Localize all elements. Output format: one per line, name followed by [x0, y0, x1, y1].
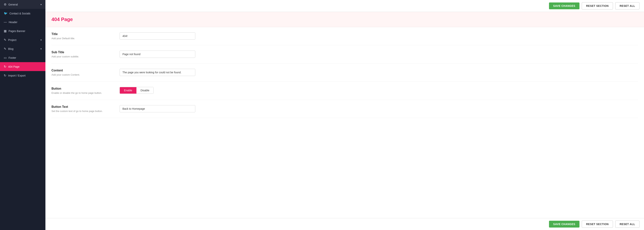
page-title: 404 Page — [52, 17, 638, 22]
project-icon: ✎ — [4, 38, 6, 42]
sidebar: ⚙ General ▾ 🐦 Contact & Socials — Header… — [0, 0, 46, 230]
sidebar-item-label: Pages Banner — [8, 30, 25, 33]
subtitle-hint: Add your custom subtitle. — [52, 55, 112, 58]
sidebar-item-header[interactable]: — Header — [0, 18, 46, 27]
sidebar-item-contact-socials[interactable]: 🐦 Contact & Socials — [0, 9, 46, 18]
save-changes-button-bottom[interactable]: SAVE CHANGES — [549, 221, 580, 227]
form-row-title: Title Add your Default title. — [52, 27, 638, 45]
form-row-subtitle: Sub Title Add your custom subtitle. — [52, 45, 638, 64]
button-disable-toggle[interactable]: Disable — [136, 87, 154, 94]
sidebar-item-blog[interactable]: ✎ Blog ▾ — [0, 44, 46, 53]
reset-section-button-bottom[interactable]: RESET SECTION — [582, 220, 613, 228]
import-export-icon: ↻ — [4, 74, 6, 77]
title-label: Title — [52, 32, 112, 36]
sidebar-item-label: Contact & Socials — [10, 12, 30, 15]
subtitle-label: Sub Title — [52, 51, 112, 54]
form-label-col-title: Title Add your Default title. — [52, 32, 112, 40]
sidebar-item-footer[interactable]: ▭ Footer — [0, 53, 46, 62]
sidebar-item-label: Import / Export — [8, 74, 26, 77]
form-label-col-button-text: Button Text Set the custom text of go to… — [52, 105, 112, 113]
reset-all-button-bottom[interactable]: RESET ALL — [615, 220, 640, 228]
sidebar-item-project[interactable]: ✎ Project ▾ — [0, 36, 46, 44]
footer-icon: ▭ — [4, 56, 6, 60]
sidebar-item-label: Project — [8, 39, 16, 42]
button-text-input[interactable] — [120, 105, 195, 112]
form-input-col-title — [120, 32, 638, 40]
button-enable-toggle[interactable]: Enable — [120, 87, 136, 94]
subtitle-input[interactable] — [120, 51, 195, 58]
content-label: Content — [52, 69, 112, 72]
chevron-down-icon: ▾ — [40, 48, 42, 50]
404-icon: ↻ — [4, 65, 6, 68]
header-icon: — — [4, 21, 7, 24]
sidebar-item-pages-banner[interactable]: ▦ Pages Banner — [0, 27, 46, 36]
sidebar-item-label: Header — [9, 21, 18, 24]
content-input[interactable] — [120, 69, 195, 76]
form-input-col-content — [120, 69, 638, 76]
form-input-col-button-text — [120, 105, 638, 112]
pages-banner-icon: ▦ — [4, 29, 6, 33]
form-row-button: Button Enable or disable the go to home … — [52, 82, 638, 100]
sidebar-item-404-page[interactable]: ↻ 404 Page — [0, 62, 46, 71]
form-row-button-text: Button Text Set the custom text of go to… — [52, 100, 638, 118]
form-input-col-subtitle — [120, 51, 638, 58]
gear-icon: ⚙ — [4, 3, 6, 6]
page-header: 404 Page — [46, 12, 644, 27]
form-row-content: Content Add your custom Content. — [52, 64, 638, 82]
sidebar-item-import-export[interactable]: ↻ Import / Export — [0, 71, 46, 80]
sidebar-item-general[interactable]: ⚙ General ▾ — [0, 0, 46, 9]
main-area: SAVE CHANGES RESET SECTION RESET ALL 404… — [46, 0, 644, 230]
title-input[interactable] — [120, 32, 195, 40]
content-hint: Add your custom Content. — [52, 73, 112, 76]
form-label-col-content: Content Add your custom Content. — [52, 69, 112, 76]
top-toolbar: SAVE CHANGES RESET SECTION RESET ALL — [46, 0, 644, 12]
bottom-toolbar: SAVE CHANGES RESET SECTION RESET ALL — [46, 218, 644, 230]
form-area: Title Add your Default title. Sub Title … — [46, 27, 644, 118]
chevron-down-icon: ▾ — [40, 39, 42, 41]
reset-section-button-top[interactable]: RESET SECTION — [582, 2, 613, 10]
save-changes-button-top[interactable]: SAVE CHANGES — [549, 3, 580, 9]
button-label: Button — [52, 87, 112, 90]
chevron-down-icon: ▾ — [40, 3, 42, 6]
sidebar-item-label: Footer — [8, 56, 16, 59]
button-toggle-group: Enable Disable — [120, 87, 154, 94]
form-label-col-subtitle: Sub Title Add your custom subtitle. — [52, 51, 112, 58]
blog-icon: ✎ — [4, 47, 6, 51]
title-hint: Add your Default title. — [52, 37, 112, 40]
button-text-label: Button Text — [52, 105, 112, 109]
reset-all-button-top[interactable]: RESET ALL — [615, 2, 640, 10]
form-label-col-button: Button Enable or disable the go to home … — [52, 87, 112, 94]
sidebar-item-label: 404 Page — [8, 65, 20, 68]
content-area: 404 Page Title Add your Default title. S… — [46, 12, 644, 218]
button-text-hint: Set the custom text of go to home page b… — [52, 110, 112, 113]
twitter-icon: 🐦 — [4, 12, 8, 15]
sidebar-item-label: Blog — [8, 47, 14, 50]
button-hint: Enable or disable the go to home page bu… — [52, 92, 112, 94]
form-input-col-button: Enable Disable — [120, 87, 638, 94]
sidebar-item-label: General — [8, 3, 18, 6]
